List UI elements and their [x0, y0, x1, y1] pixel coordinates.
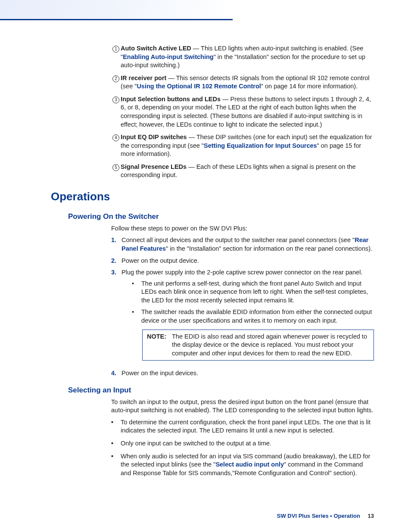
bullet-text: Only one input can be switched to the ou… — [121, 439, 271, 448]
footer-title: SW DVI Plus Series • Operation — [277, 513, 360, 519]
bullet-item: To determine the current configuration, … — [111, 418, 374, 435]
subheading-selecting-input: Selecting an Input — [68, 386, 374, 395]
step-text: Power on the input devices. — [121, 369, 374, 378]
callout-title: Auto Switch Active LED — [121, 45, 191, 52]
step-text: Power on the output device. — [121, 257, 374, 265]
header-gradient-bar — [0, 0, 233, 20]
link-enabling-auto-input[interactable]: Enabling Auto-input Switching — [123, 53, 213, 60]
callout-number-icon: 4 — [111, 134, 121, 159]
section-heading-operations: Operations — [51, 189, 374, 204]
bullet-text: The switcher reads the available EDID in… — [141, 308, 374, 325]
sub-bullets: The unit performs a self-test, during wh… — [132, 280, 374, 325]
bullet-text: The unit performs a self-test, during wh… — [141, 280, 374, 305]
callout-list: 1 Auto Switch Active LED — This LED ligh… — [111, 44, 374, 180]
callout-title: IR receiver port — [121, 75, 166, 81]
callout-item: 1 Auto Switch Active LED — This LED ligh… — [111, 44, 374, 70]
bullet-text: To determine the current configuration, … — [121, 418, 374, 435]
page-number: 13 — [368, 513, 374, 519]
callout-title: Signal Presence LEDs — [121, 163, 187, 170]
intro-text: To switch an input to the output, press … — [111, 398, 374, 415]
callout-number-icon: 1 — [111, 45, 121, 70]
step-item: 4.Power on the input devices. — [111, 369, 374, 378]
callout-number-icon: 5 — [111, 163, 121, 180]
link-ir-remote[interactable]: Using the Optional IR 102 Remote Control — [137, 83, 261, 90]
callout-item: 4 Input EQ DIP switches — These DIP swit… — [111, 133, 374, 159]
intro-text: Follow these steps to power on the SW DV… — [111, 224, 374, 233]
step-item: 3. Plug the power supply into the 2-pole… — [111, 268, 374, 366]
link-select-audio[interactable]: Select audio input only — [215, 461, 284, 468]
callout-item: 3 Input Selection buttons and LEDs — Pre… — [111, 95, 374, 129]
step-text: Connect all input devices and the output… — [121, 236, 355, 243]
bullet-item: The switcher reads the available EDID in… — [132, 308, 374, 325]
callout-item: 2 IR receiver port — This sensor detects… — [111, 74, 374, 91]
bullets-list: To determine the current configuration, … — [111, 418, 374, 477]
callout-text: " on page 14 for more information). — [261, 83, 358, 90]
step-item: 1.Connect all input devices and the outp… — [111, 236, 374, 253]
note-body: The EDID is also read and stored again w… — [172, 333, 369, 358]
callout-title: Input Selection buttons and LEDs — [121, 96, 221, 103]
note-label: NOTE: — [147, 333, 172, 358]
page-footer: SW DVI Plus Series • Operation 13 — [277, 512, 374, 520]
step-text: Plug the power supply into the 2-pole ca… — [121, 269, 362, 276]
callout-number-icon: 3 — [111, 96, 121, 129]
step-item: 2.Power on the output device. — [111, 257, 374, 265]
bullet-item: When only audio is selected for an input… — [111, 452, 374, 478]
bullet-item: The unit performs a self-test, during wh… — [132, 280, 374, 305]
steps-list: 1.Connect all input devices and the outp… — [111, 236, 374, 377]
callout-number-icon: 2 — [111, 75, 121, 91]
note-box: NOTE: The EDID is also read and stored a… — [142, 330, 374, 361]
step-text: " in the "Installation" section for info… — [166, 245, 372, 252]
callout-item: 5 Signal Presence LEDs — Each of these L… — [111, 163, 374, 180]
bullet-item: Only one input can be switched to the ou… — [111, 439, 374, 448]
link-eq-sources[interactable]: Setting Equalization for Input Sources — [204, 142, 317, 149]
subheading-powering-on: Powering On the Switcher — [68, 212, 374, 222]
callout-title: Input EQ DIP switches — [121, 134, 187, 140]
